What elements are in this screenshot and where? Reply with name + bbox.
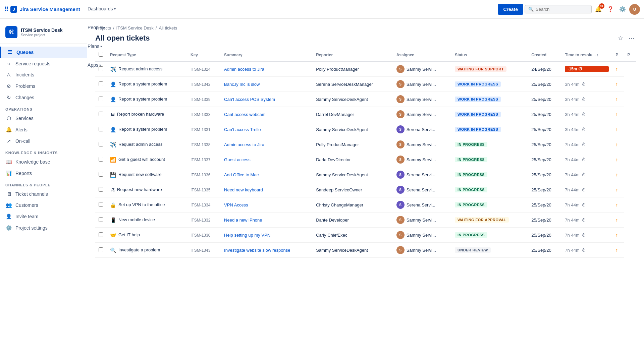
ticket-key[interactable]: ITSM-1331 <box>191 127 210 132</box>
row-checkbox-cell <box>95 213 107 228</box>
ticket-key[interactable]: ITSM-1336 <box>191 173 210 177</box>
nav-link-plans[interactable]: Plans ▾ <box>84 38 119 56</box>
help-button[interactable]: ❓ <box>605 4 616 15</box>
star-button[interactable]: ☆ <box>616 33 625 43</box>
sidebar-item-ticket-channels[interactable]: 🖥 Ticket channels <box>0 188 87 199</box>
key-cell[interactable]: ITSM-1342 <box>187 77 221 92</box>
col-header-priority[interactable]: P <box>624 49 636 61</box>
sidebar-item-project-settings[interactable]: ⚙️ Project settings <box>0 222 87 234</box>
row-checkbox[interactable] <box>99 97 103 101</box>
search-input[interactable] <box>536 7 588 12</box>
key-cell[interactable]: ITSM-1343 <box>187 243 221 258</box>
ticket-key[interactable]: ITSM-1339 <box>191 97 210 102</box>
sidebar-item-problems[interactable]: ⊘ Problems <box>0 80 87 92</box>
ticket-key[interactable]: ITSM-1330 <box>191 233 210 238</box>
sidebar-item-incidents[interactable]: △ Incidents <box>0 69 87 80</box>
summary-link[interactable]: VPN Access <box>224 202 248 207</box>
summary-link[interactable]: Admin access to Jira <box>224 142 264 147</box>
key-cell[interactable]: ITSM-1338 <box>187 137 221 152</box>
row-checkbox[interactable] <box>99 142 103 146</box>
created-date: 24/Sep/20 <box>531 67 551 72</box>
sidebar-item-reports[interactable]: 📊 Reports <box>0 168 87 179</box>
col-header-status[interactable]: Status <box>451 49 528 61</box>
sidebar-item-service-requests[interactable]: ○ Service requests <box>0 58 87 69</box>
col-header-assignee[interactable]: Assignee <box>393 49 451 61</box>
sidebar-item-queues[interactable]: ☰ Queues <box>0 47 87 58</box>
row-checkbox[interactable] <box>99 112 103 116</box>
app-logo[interactable]: ⠿ J Jira Service Management <box>4 6 80 13</box>
notification-button[interactable]: 🔔 9+ <box>593 4 604 15</box>
assignee-avatar: S <box>396 65 405 73</box>
key-cell[interactable]: ITSM-1332 <box>187 213 221 228</box>
created-date: 25/Sep/20 <box>531 127 551 132</box>
ticket-key[interactable]: ITSM-1332 <box>191 218 210 223</box>
sidebar-item-invite-team[interactable]: 👤 Invite team <box>0 211 87 222</box>
summary-link[interactable]: Add Office to Mac <box>224 172 259 177</box>
nav-link-people[interactable]: People ▾ <box>84 19 119 38</box>
summary-link[interactable]: Need new keyboard <box>224 187 263 192</box>
key-cell[interactable]: ITSM-1333 <box>187 107 221 122</box>
project-icon: 🛠 <box>5 26 17 38</box>
col-header-created[interactable]: Created <box>528 49 561 61</box>
key-cell[interactable]: ITSM-1324 <box>187 61 221 77</box>
key-cell[interactable]: ITSM-1337 <box>187 152 221 167</box>
breadcrumb-itsm[interactable]: ITSM Service Desk <box>116 25 154 31</box>
created-cell: 25/Sep/20 <box>528 197 561 213</box>
nav-link-apps[interactable]: Apps ▾ <box>84 56 119 75</box>
assignee-name: Sammy Servi... <box>407 218 436 223</box>
row-checkbox[interactable] <box>99 247 103 252</box>
summary-link[interactable]: Help setting up my VPN <box>224 233 270 238</box>
row-checkbox[interactable] <box>99 127 103 131</box>
user-avatar[interactable]: U <box>629 4 640 15</box>
request-type-icon: ✈️ <box>110 142 116 148</box>
summary-link[interactable]: Cant access webcam <box>224 112 266 117</box>
summary-link[interactable]: Need a new iPhone <box>224 218 262 223</box>
col-header-time-to-resolution[interactable]: Time to resolu... ↑ <box>561 49 612 61</box>
sidebar-item-alerts[interactable]: 🔔 Alerts <box>0 124 87 135</box>
col-header-reporter[interactable]: Reporter <box>313 49 393 61</box>
sidebar-item-changes[interactable]: ↻ Changes <box>0 92 87 103</box>
sidebar-item-services[interactable]: ⬡ Services <box>0 113 87 124</box>
row-checkbox[interactable] <box>99 81 103 86</box>
row-checkbox[interactable] <box>99 187 103 192</box>
summary-link[interactable]: Banc.ly Inc is slow <box>224 82 260 87</box>
sidebar-nav: ☰ Queues ○ Service requests △ Incidents … <box>0 47 87 103</box>
row-checkbox[interactable] <box>99 202 103 207</box>
key-cell[interactable]: ITSM-1334 <box>187 197 221 213</box>
ticket-key[interactable]: ITSM-1324 <box>191 67 210 72</box>
summary-link[interactable]: Can't access POS System <box>224 97 275 102</box>
sidebar-label-queues: Queues <box>16 50 34 55</box>
create-button[interactable]: Create <box>498 4 523 15</box>
ticket-key[interactable]: ITSM-1342 <box>191 82 210 87</box>
settings-button[interactable]: ⚙️ <box>617 4 628 15</box>
row-checkbox[interactable] <box>99 157 103 162</box>
row-checkbox[interactable] <box>99 172 103 177</box>
summary-link[interactable]: Investigate website slow response <box>224 248 290 253</box>
summary-link[interactable]: Can't access Trello <box>224 127 261 132</box>
request-type-label: Set up VPN to the office <box>118 202 165 208</box>
sidebar-item-knowledge-base[interactable]: 📖 Knowledge base <box>0 156 87 168</box>
key-cell[interactable]: ITSM-1335 <box>187 182 221 197</box>
ticket-key[interactable]: ITSM-1338 <box>191 142 210 147</box>
ticket-key[interactable]: ITSM-1337 <box>191 158 210 162</box>
nav-link-dashboards[interactable]: Dashboards ▾ <box>84 0 119 19</box>
search-box[interactable]: 🔍 <box>525 5 592 13</box>
more-options-button[interactable]: ⋯ <box>627 33 636 43</box>
ticket-key[interactable]: ITSM-1334 <box>191 203 210 207</box>
sidebar-item-customers[interactable]: 👥 Customers <box>0 199 87 211</box>
sidebar-item-on-call[interactable]: ↗ On-call <box>0 135 87 147</box>
ticket-key[interactable]: ITSM-1343 <box>191 248 210 253</box>
col-header-priority[interactable]: P <box>612 49 624 61</box>
key-cell[interactable]: ITSM-1339 <box>187 92 221 107</box>
row-checkbox[interactable] <box>99 217 103 222</box>
ticket-key[interactable]: ITSM-1333 <box>191 112 210 117</box>
key-cell[interactable]: ITSM-1336 <box>187 167 221 182</box>
key-cell[interactable]: ITSM-1330 <box>187 228 221 243</box>
col-header-key[interactable]: Key <box>187 49 221 61</box>
ticket-key[interactable]: ITSM-1335 <box>191 188 210 192</box>
summary-link[interactable]: Admin access to Jira <box>224 67 264 72</box>
key-cell[interactable]: ITSM-1331 <box>187 122 221 137</box>
summary-link[interactable]: Guest access <box>224 157 251 162</box>
col-header-summary[interactable]: Summary <box>221 49 313 61</box>
row-checkbox[interactable] <box>99 232 103 237</box>
